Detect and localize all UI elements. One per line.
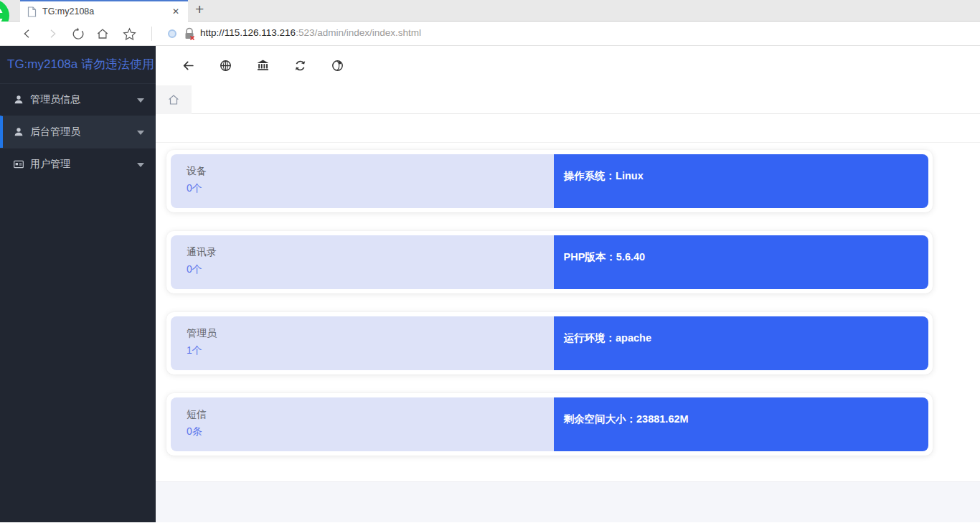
stat-panel: 通讯录 0个 — [171, 235, 554, 289]
footer-band — [156, 481, 980, 522]
back-arrow-icon[interactable] — [181, 58, 196, 73]
info-panel: PHP版本：5.6.40 — [554, 235, 928, 289]
main-panel: 设备 0个 操作系统：Linux 通讯录 0个 PHP版本：5.6.40 管理员… — [156, 46, 980, 522]
reload-button[interactable] — [70, 27, 85, 41]
stat-count-link[interactable]: 0条 — [187, 425, 202, 438]
stat-card-sms: 短信 0条 剩余空间大小：23881.62M — [166, 393, 933, 456]
tab-title: TG:my2108a — [42, 6, 171, 17]
browser-navbar: http://115.126.113.216:523/admin/index/i… — [0, 22, 980, 46]
globe-icon[interactable] — [330, 58, 345, 73]
sidebar-item-backend-admin[interactable]: 后台管理员 — [0, 116, 156, 148]
sidebar-item-label: 后台管理员 — [30, 126, 80, 138]
back-button[interactable] — [20, 27, 34, 41]
browser-tab-strip: TG:my2108a ✕ + — [0, 0, 980, 22]
stat-count-link[interactable]: 0个 — [187, 182, 202, 195]
chevron-down-icon — [137, 163, 144, 167]
dashboard-content: 设备 0个 操作系统：Linux 通讯录 0个 PHP版本：5.6.40 管理员… — [156, 114, 980, 522]
favorites-star-icon[interactable] — [122, 27, 136, 41]
stat-panel: 设备 0个 — [171, 154, 554, 208]
user-icon — [13, 126, 24, 138]
stat-count-link[interactable]: 0个 — [187, 263, 202, 276]
site-icon — [168, 29, 176, 38]
info-panel: 剩余空间大小：23881.62M — [554, 397, 928, 451]
chevron-down-icon — [137, 131, 144, 135]
chevron-down-icon — [137, 98, 144, 103]
insecure-lock-icon — [184, 27, 195, 40]
sidebar-item-admin-info[interactable]: 管理员信息 — [0, 83, 156, 116]
id-card-icon — [13, 159, 24, 170]
refresh-icon[interactable] — [293, 58, 308, 73]
sidebar-item-user-management[interactable]: 用户管理 — [0, 148, 156, 180]
tab-close-icon[interactable]: ✕ — [171, 6, 181, 17]
forward-button[interactable] — [45, 27, 60, 41]
stat-label: 管理员 — [187, 327, 554, 340]
sidebar-item-label: 用户管理 — [30, 158, 70, 171]
page-icon — [27, 6, 37, 17]
info-panel: 运行环境：apache — [554, 316, 928, 370]
stat-label: 短信 — [187, 408, 554, 421]
content-divider — [156, 114, 980, 143]
stat-label: 通讯录 — [187, 246, 554, 259]
stat-count-link[interactable]: 1个 — [187, 344, 202, 357]
user-icon — [13, 94, 24, 105]
admin-app: TG:my2108a 请勿违法使用 管理员信息 后台管理员 用户管理 — [0, 46, 980, 522]
sidebar-item-label: 管理员信息 — [30, 93, 80, 106]
sidebar-brand: TG:my2108a 请勿违法使用 — [0, 46, 156, 83]
navbar-divider — [151, 27, 152, 41]
breadcrumb-home-tab[interactable] — [156, 85, 192, 114]
new-tab-button[interactable]: + — [195, 1, 204, 18]
stat-panel: 管理员 1个 — [171, 316, 554, 370]
url-path: :523/admin/index/index.shtml — [296, 27, 421, 38]
browser-tab[interactable]: TG:my2108a ✕ — [20, 0, 188, 22]
url-host: http://115.126.113.216 — [200, 27, 296, 38]
globe-crosshair-icon[interactable] — [218, 58, 233, 73]
stat-panel: 短信 0条 — [171, 397, 554, 451]
stat-label: 设备 — [187, 165, 554, 178]
stat-card-devices: 设备 0个 操作系统：Linux — [166, 150, 933, 212]
stat-card-contacts: 通讯录 0个 PHP版本：5.6.40 — [166, 231, 933, 293]
address-bar[interactable]: http://115.126.113.216:523/admin/index/i… — [200, 27, 421, 38]
breadcrumb-bar — [156, 85, 980, 114]
home-button[interactable] — [95, 27, 110, 41]
toolbar — [156, 46, 980, 85]
info-panel: 操作系统：Linux — [554, 154, 928, 208]
sidebar: TG:my2108a 请勿违法使用 管理员信息 后台管理员 用户管理 — [0, 46, 156, 522]
home-icon — [167, 93, 180, 106]
stat-card-admins: 管理员 1个 运行环境：apache — [166, 312, 933, 374]
bank-icon[interactable] — [255, 58, 270, 73]
